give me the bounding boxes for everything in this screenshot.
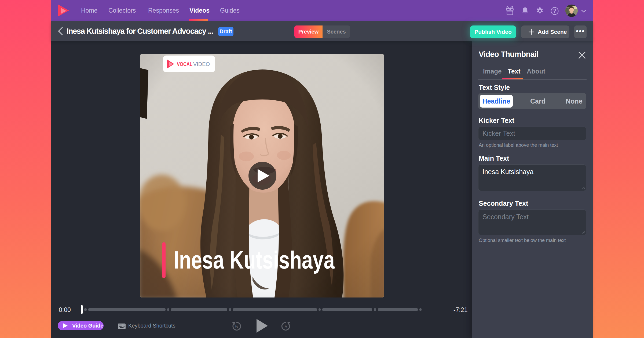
svg-text:5: 5 [235, 324, 238, 329]
svg-text:VOCAL: VOCAL [177, 61, 192, 67]
svg-text:VIDEO: VIDEO [193, 61, 210, 67]
svg-text:5: 5 [284, 324, 287, 329]
svg-text:Inesa Kutsishaya: Inesa Kutsishaya [174, 246, 335, 274]
